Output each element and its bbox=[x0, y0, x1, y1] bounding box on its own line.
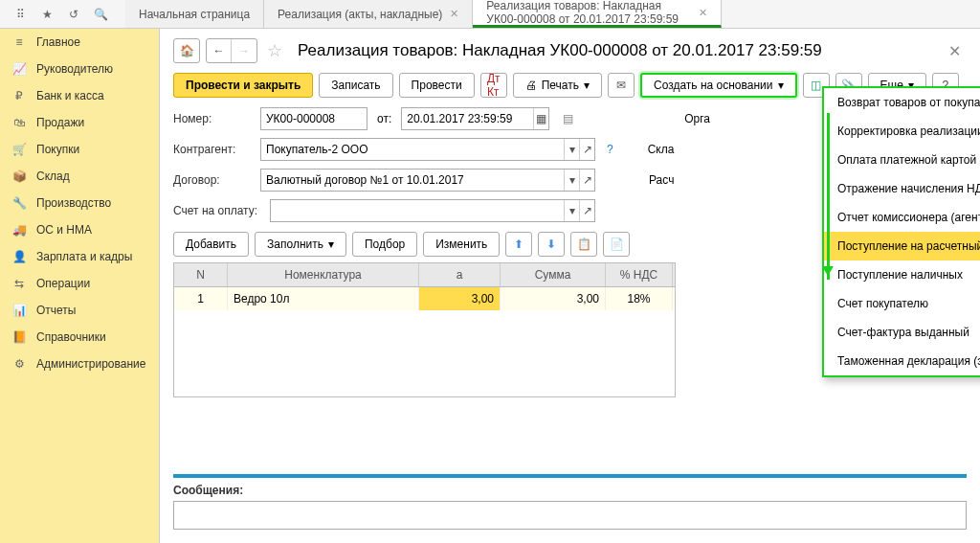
number-field[interactable] bbox=[260, 107, 368, 130]
counterparty-field[interactable]: Покупатель-2 ООО▾↗ bbox=[260, 138, 595, 161]
close-icon[interactable]: ✕ bbox=[699, 7, 707, 19]
sidebar-item-8[interactable]: 👤Зарплата и кадры bbox=[0, 243, 159, 270]
print-button[interactable]: 🖨Печать ▾ bbox=[513, 73, 602, 98]
sidebar-icon: ≡ bbox=[11, 35, 27, 49]
close-icon[interactable]: ✕ bbox=[450, 8, 458, 20]
sidebar-item-label: Руководителю bbox=[36, 62, 113, 76]
chevron-down-icon[interactable]: ▾ bbox=[564, 170, 579, 191]
sidebar-item-6[interactable]: 🔧Производство bbox=[0, 190, 159, 216]
apps-icon[interactable]: ⠿ bbox=[12, 7, 28, 22]
tab-document[interactable]: Реализация товаров: Накладная УК00-00000… bbox=[473, 0, 722, 28]
calendar-icon[interactable]: ▦ bbox=[533, 108, 548, 129]
dropdown-item-1[interactable]: Корректировка реализации bbox=[824, 117, 980, 146]
move-up-icon[interactable]: ⬆ bbox=[505, 232, 532, 257]
sidebar-item-1[interactable]: 📈Руководителю bbox=[0, 56, 159, 82]
col-qty[interactable]: а bbox=[419, 263, 501, 286]
search-icon[interactable]: 🔍 bbox=[93, 7, 108, 22]
tab-sales-list[interactable]: Реализация (акты, накладные)✕ bbox=[264, 0, 473, 28]
col-n[interactable]: N bbox=[174, 263, 228, 286]
create-based-button[interactable]: Создать на основании ▾ bbox=[640, 73, 797, 98]
history-icon[interactable]: ↺ bbox=[66, 7, 81, 22]
dropdown-item-0[interactable]: Возврат товаров от покупателя bbox=[824, 88, 980, 117]
close-page-button[interactable]: ✕ bbox=[943, 42, 967, 60]
forward-button[interactable]: → bbox=[232, 39, 256, 62]
post-and-close-button[interactable]: Провести и закрыть bbox=[173, 73, 313, 98]
dropdown-item-5[interactable]: Поступление на расчетный счет bbox=[824, 232, 980, 260]
change-button[interactable]: Изменить bbox=[423, 232, 500, 257]
sidebar-icon: ⚙ bbox=[11, 357, 27, 371]
fill-button[interactable]: Заполнить ▾ bbox=[255, 232, 346, 257]
select-button[interactable]: Подбор bbox=[352, 232, 417, 257]
page-title: Реализация товаров: Накладная УК00-00000… bbox=[298, 41, 822, 60]
chevron-down-icon[interactable]: ▾ bbox=[564, 200, 579, 221]
col-nomenclature[interactable]: Номенклатура bbox=[228, 263, 419, 286]
sidebar-item-label: Администрирование bbox=[36, 357, 145, 371]
open-icon[interactable]: ↗ bbox=[579, 139, 594, 160]
chevron-down-icon[interactable]: ▾ bbox=[564, 139, 579, 160]
sidebar-item-5[interactable]: 📦Склад bbox=[0, 163, 159, 190]
sidebar-item-label: Операции bbox=[36, 277, 90, 290]
scan-icon[interactable]: ▤ bbox=[563, 112, 573, 125]
dtkt-icon[interactable]: ДтКт bbox=[480, 73, 507, 98]
sidebar-item-label: Продажи bbox=[36, 116, 84, 129]
copy-icon[interactable]: 📋 bbox=[570, 232, 597, 257]
open-icon[interactable]: ↗ bbox=[579, 200, 594, 221]
col-sum[interactable]: Сумма bbox=[501, 263, 606, 286]
home-button[interactable]: 🏠 bbox=[173, 38, 200, 63]
date-field[interactable]: 20.01.2017 23:59:59▦ bbox=[401, 107, 549, 130]
contract-field[interactable]: Валютный договор №1 от 10.01.2017▾↗ bbox=[260, 169, 595, 192]
paste-icon[interactable]: 📄 bbox=[603, 232, 630, 257]
sidebar-item-3[interactable]: 🛍Продажи bbox=[0, 109, 159, 136]
sidebar-item-7[interactable]: 🚚ОС и НМА bbox=[0, 216, 159, 243]
warehouse-label: Скла bbox=[648, 143, 675, 156]
sidebar-item-4[interactable]: 🛒Покупки bbox=[0, 136, 159, 163]
help-small-icon[interactable]: ? bbox=[607, 143, 613, 156]
sidebar-item-label: Производство bbox=[36, 196, 111, 210]
dropdown-item-6[interactable]: Поступление наличных bbox=[824, 260, 980, 289]
messages-body[interactable] bbox=[173, 501, 967, 530]
add-row-button[interactable]: Добавить bbox=[173, 232, 249, 257]
write-button[interactable]: Записать bbox=[319, 73, 392, 98]
sidebar-item-label: ОС и НМА bbox=[36, 223, 92, 237]
sidebar-item-9[interactable]: ⇆Операции bbox=[0, 270, 159, 297]
nav-back-forward: ← → bbox=[206, 38, 257, 63]
dropdown-item-7[interactable]: Счет покупателю bbox=[824, 289, 980, 318]
dropdown-item-8[interactable]: Счет-фактура выданный bbox=[824, 318, 980, 347]
tab-home[interactable]: Начальная страница bbox=[125, 0, 264, 28]
page-header: 🏠 ← → ☆ Реализация товаров: Накладная УК… bbox=[173, 38, 967, 63]
sidebar-item-2[interactable]: ₽Банк и касса bbox=[0, 82, 159, 109]
from-label: от: bbox=[377, 112, 391, 125]
items-grid: N Номенклатура а Сумма % НДС 1 Ведро 10л… bbox=[173, 262, 676, 397]
favorite-icon[interactable]: ☆ bbox=[267, 40, 282, 61]
post-button[interactable]: Провести bbox=[399, 73, 475, 98]
star-icon[interactable]: ★ bbox=[39, 7, 55, 22]
sidebar-item-12[interactable]: ⚙Администрирование bbox=[0, 351, 159, 377]
tab-label: Реализация товаров: Накладная УК00-00000… bbox=[486, 0, 691, 26]
dropdown-item-2[interactable]: Оплата платежной картой bbox=[824, 146, 980, 174]
tab-label: Начальная страница bbox=[139, 8, 250, 21]
sidebar: ≡Главное📈Руководителю₽Банк и касса🛍Прода… bbox=[0, 29, 160, 543]
grid-empty-space bbox=[174, 310, 675, 396]
invoice-field[interactable]: ▾↗ bbox=[270, 199, 595, 222]
sidebar-icon: 📊 bbox=[11, 304, 27, 317]
open-icon[interactable]: ↗ bbox=[579, 170, 594, 191]
sidebar-item-10[interactable]: 📊Отчеты bbox=[0, 297, 159, 324]
contract-label: Договор: bbox=[173, 173, 255, 187]
dropdown-item-9[interactable]: Таможенная декларация (экспорт) bbox=[824, 347, 980, 375]
sidebar-item-label: Банк и касса bbox=[36, 89, 104, 102]
sidebar-item-11[interactable]: 📙Справочники bbox=[0, 324, 159, 351]
back-button[interactable]: ← bbox=[207, 39, 232, 62]
messages-title: Сообщения: bbox=[173, 484, 967, 497]
sidebar-item-label: Главное bbox=[36, 35, 80, 49]
mail-icon[interactable]: ✉ bbox=[608, 73, 635, 98]
sidebar-item-0[interactable]: ≡Главное bbox=[0, 29, 159, 56]
dropdown-item-3[interactable]: Отражение начисления НДС bbox=[824, 174, 980, 203]
table-row[interactable]: 1 Ведро 10л 3,00 3,00 18% bbox=[174, 287, 675, 310]
sidebar-item-label: Зарплата и кадры bbox=[36, 250, 132, 263]
calc-label: Расч bbox=[649, 173, 674, 187]
col-vat[interactable]: % НДС bbox=[606, 263, 673, 286]
dropdown-item-4[interactable]: Отчет комиссионера (агента) о продажах bbox=[824, 203, 980, 232]
titlebar: ⠿ ★ ↺ 🔍 Начальная страница Реализация (а… bbox=[0, 0, 980, 29]
move-down-icon[interactable]: ⬇ bbox=[538, 232, 565, 257]
grid-header: N Номенклатура а Сумма % НДС bbox=[174, 263, 675, 287]
